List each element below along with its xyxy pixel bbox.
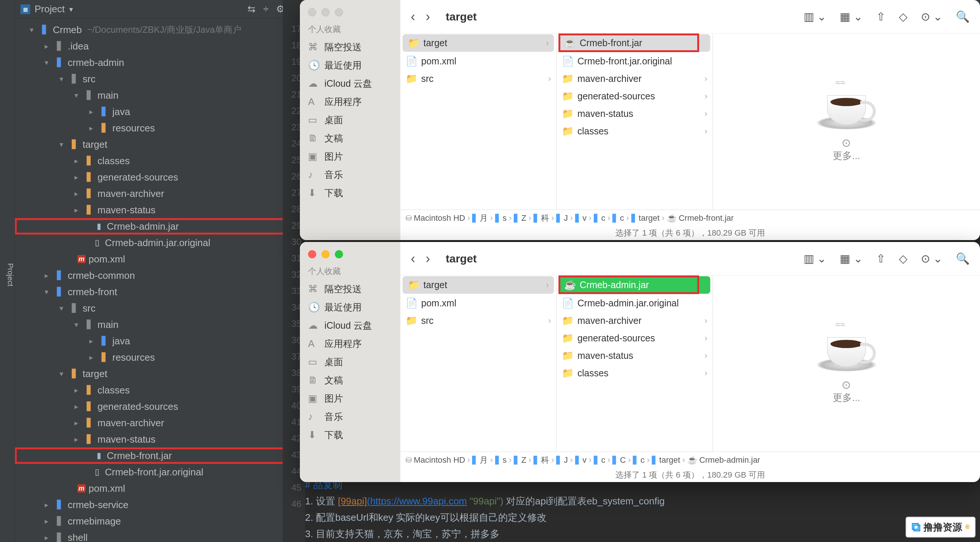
- search-icon[interactable]: 🔍: [956, 252, 970, 265]
- tree-item[interactable]: ▸▋java: [15, 104, 298, 120]
- finder-item[interactable]: 📁maven-archiver›: [557, 312, 713, 330]
- finder-window-top[interactable]: 个人收藏 ⌘隔空投送🕓最近使用☁iCloud 云盘A应用程序▭桌面🗎文稿▣图片♪…: [300, 0, 980, 240]
- sidebar-item[interactable]: ▭桌面: [300, 111, 400, 129]
- tree-item[interactable]: ▾▋Crmeb~/Documents/ZBKJ/商业版/Java单商户: [15, 22, 298, 38]
- finder-column-1-bottom[interactable]: 📁target›📄pom.xml📁src›: [400, 276, 557, 451]
- path-segment[interactable]: ▋科: [533, 454, 549, 466]
- finder-item[interactable]: ☕Crmeb-admin.jar: [559, 276, 710, 294]
- view-grid-icon[interactable]: ▦ ⌄: [840, 10, 862, 23]
- more-icon[interactable]: ⊙ ⌄: [921, 10, 942, 23]
- finder-item[interactable]: 📁classes›: [557, 123, 713, 140]
- tree-item[interactable]: ▸▋maven-archiver: [15, 185, 298, 202]
- sidebar-item[interactable]: ⬇下载: [300, 184, 400, 202]
- tree-item[interactable]: ▸▋classes: [15, 153, 298, 169]
- window-controls-top[interactable]: [308, 8, 343, 16]
- sidebar-item[interactable]: A应用程序: [300, 335, 400, 353]
- sidebar-item[interactable]: 🗎文稿: [300, 129, 400, 147]
- view-columns-icon[interactable]: ▥ ⌄: [803, 10, 826, 23]
- sidebar-item[interactable]: ▭桌面: [300, 353, 400, 371]
- path-segment[interactable]: ☕Crmeb-front.jar: [667, 213, 734, 223]
- path-segment[interactable]: ▋月: [472, 212, 488, 224]
- sidebar-item[interactable]: 🕓最近使用: [300, 56, 400, 75]
- sidebar-item[interactable]: ♪音乐: [300, 166, 400, 184]
- back-button[interactable]: ‹: [411, 251, 415, 266]
- finder-item[interactable]: 📄pom.xml: [400, 295, 556, 312]
- path-segment[interactable]: ▋v: [575, 213, 587, 223]
- tree-item[interactable]: ▸▋classes: [15, 382, 298, 398]
- tree-item[interactable]: ▯Crmeb-front.jar.original: [15, 464, 298, 480]
- finder-item[interactable]: 📁classes›: [557, 364, 713, 382]
- tag-icon[interactable]: ◇: [899, 252, 907, 265]
- tree-item[interactable]: ▸▋resources: [15, 349, 298, 365]
- path-segment[interactable]: ▋target: [632, 213, 660, 223]
- forward-button[interactable]: ›: [426, 251, 430, 266]
- tree-item[interactable]: ▸▋maven-archiver: [15, 415, 298, 431]
- finder-pathbar-bottom[interactable]: ⛁Macintosh HD›▋月›▋s›▋Z›▋科›▋J›▋v›▋c›▋C›▋c…: [400, 451, 980, 468]
- project-dropdown-icon[interactable]: ▾: [69, 5, 73, 14]
- finder-item[interactable]: 📄Crmeb-admin.jar.original: [557, 295, 713, 312]
- path-segment[interactable]: ⛁Macintosh HD: [406, 455, 465, 465]
- forward-button[interactable]: ›: [426, 9, 430, 25]
- tree-item[interactable]: ▸▋maven-status: [15, 202, 298, 218]
- finder-item[interactable]: 📁maven-status›: [557, 105, 713, 123]
- tree-item[interactable]: ▮Crmeb-admin.jar: [15, 218, 298, 234]
- sidebar-item[interactable]: ▣图片: [300, 147, 400, 166]
- finder-column-1-top[interactable]: 📁target›📄pom.xml📁src›: [400, 33, 557, 210]
- tree-item[interactable]: ▾▋target: [15, 365, 298, 382]
- collapse-icon[interactable]: ⇆: [247, 3, 256, 15]
- tree-item[interactable]: ▸▋crmeb-service: [15, 497, 298, 513]
- tree-item[interactable]: ▸▋maven-status: [15, 431, 298, 448]
- finder-item[interactable]: 📁generated-sources›: [557, 88, 713, 105]
- sidebar-item[interactable]: ☁iCloud 云盘: [300, 316, 400, 335]
- share-icon[interactable]: ⇧: [876, 252, 886, 265]
- tree-item[interactable]: ▾▋src: [15, 71, 298, 87]
- tree-item[interactable]: ▸▋shell: [15, 529, 298, 542]
- more-icon[interactable]: ⊙ ⌄: [921, 252, 942, 265]
- back-button[interactable]: ‹: [411, 9, 415, 25]
- finder-item[interactable]: 📁target›: [402, 34, 554, 52]
- finder-column-2-top[interactable]: ☕Crmeb-front.jar📄Crmeb-front.jar.origina…: [557, 33, 713, 210]
- tree-item[interactable]: ▸▋resources: [15, 120, 298, 136]
- path-segment[interactable]: ▋target: [652, 455, 680, 465]
- tree-item[interactable]: ▾▋main: [15, 316, 298, 333]
- tree-item[interactable]: ▸▋generated-sources: [15, 398, 298, 415]
- ide-sidetab-project[interactable]: Project: [0, 0, 15, 542]
- path-segment[interactable]: ▋Z: [514, 213, 526, 223]
- sidebar-item[interactable]: 🗎文稿: [300, 371, 400, 389]
- sidebar-item[interactable]: ⌘隔空投送: [300, 38, 400, 56]
- path-segment[interactable]: ▋月: [472, 454, 488, 466]
- sidebar-item[interactable]: A应用程序: [300, 93, 400, 111]
- tree-item[interactable]: ▾▋target: [15, 136, 298, 153]
- path-segment[interactable]: ☕Crmeb-admin.jar: [687, 455, 760, 465]
- finder-item[interactable]: 📁target›: [402, 276, 554, 294]
- sidebar-item[interactable]: 🕓最近使用: [300, 298, 400, 316]
- tree-item[interactable]: ▾▋crmeb-front: [15, 284, 298, 300]
- finder-item[interactable]: 📄Crmeb-front.jar.original: [557, 53, 713, 70]
- path-segment[interactable]: ▋J: [556, 455, 568, 465]
- path-segment[interactable]: ▋Z: [514, 455, 526, 465]
- view-grid-icon[interactable]: ▦ ⌄: [840, 252, 862, 265]
- path-segment[interactable]: ▋s: [495, 455, 507, 465]
- tree-item[interactable]: ▾▋crmeb-admin: [15, 54, 298, 71]
- sidebar-item[interactable]: ⬇下载: [300, 426, 400, 444]
- path-segment[interactable]: ⛁Macintosh HD: [406, 213, 465, 223]
- project-tree[interactable]: ▾▋Crmeb~/Documents/ZBKJ/商业版/Java单商户▸▋.id…: [15, 19, 298, 542]
- share-icon[interactable]: ⇧: [876, 10, 886, 23]
- finder-item[interactable]: 📁maven-archiver›: [557, 70, 713, 88]
- tree-item[interactable]: ▾▋src: [15, 300, 298, 316]
- tree-item[interactable]: ▾▋main: [15, 87, 298, 104]
- finder-item[interactable]: 📄pom.xml: [400, 53, 556, 70]
- path-segment[interactable]: ▋c: [612, 213, 624, 223]
- tag-icon[interactable]: ◇: [899, 10, 907, 23]
- window-controls-bottom[interactable]: [308, 250, 343, 258]
- finder-column-2-bottom[interactable]: ☕Crmeb-admin.jar📄Crmeb-admin.jar.origina…: [557, 276, 713, 451]
- path-segment[interactable]: ▋J: [556, 213, 568, 223]
- path-segment[interactable]: ▋c: [594, 455, 605, 465]
- finder-window-bottom[interactable]: 个人收藏 ⌘隔空投送🕓最近使用☁iCloud 云盘A应用程序▭桌面🗎文稿▣图片♪…: [300, 242, 980, 482]
- finder-item[interactable]: 📁src›: [400, 312, 556, 330]
- finder-item[interactable]: 📁generated-sources›: [557, 330, 713, 347]
- finder-pathbar-top[interactable]: ⛁Macintosh HD›▋月›▋s›▋Z›▋科›▋J›▋v›▋c›▋c›▋t…: [400, 210, 980, 226]
- tree-item[interactable]: ▸▋crmeb-common: [15, 267, 298, 284]
- tree-item[interactable]: ▮Crmeb-front.jar: [15, 448, 298, 464]
- finder-item[interactable]: ☕Crmeb-front.jar: [559, 34, 710, 52]
